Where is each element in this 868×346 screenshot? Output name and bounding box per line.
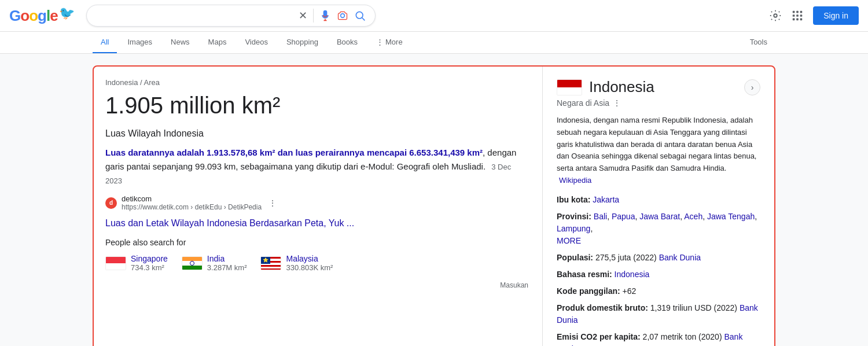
clear-button[interactable]: ✕ xyxy=(299,9,307,22)
knowledge-panel: Indonesia › Negara di Asia ⋮ Indonesia, … xyxy=(543,67,774,346)
flag-india xyxy=(182,256,203,270)
apps-button[interactable] xyxy=(791,9,804,22)
featured-card: Indonesia / Area 1.905 million km² Luas … xyxy=(93,65,775,346)
kp-jawabarat-link[interactable]: Jawa Barat xyxy=(639,212,680,221)
kp-title: Indonesia xyxy=(589,78,737,96)
kp-more-provinces-link[interactable]: MORE xyxy=(557,236,581,245)
search-bar: luas indonesia ✕ xyxy=(86,5,376,27)
people-search-title: People also search for xyxy=(105,238,528,247)
snippet-link[interactable]: Luas daratannya adalah 1.913.578,68 km² … xyxy=(105,148,483,157)
country-area-malaysia: 330.803K km² xyxy=(286,263,333,272)
source-icon: d xyxy=(105,197,117,209)
svg-rect-11 xyxy=(800,19,803,21)
kp-capital-link[interactable]: Jakarta xyxy=(593,195,619,204)
country-area-sg: 734.3 km² xyxy=(131,263,168,272)
microphone-icon xyxy=(319,10,331,21)
svg-rect-3 xyxy=(793,11,795,13)
featured-value: 1.905 million km² xyxy=(105,91,528,119)
main-content: Indonesia / Area 1.905 million km² Luas … xyxy=(0,54,868,346)
svg-line-1 xyxy=(362,18,365,21)
search-button[interactable] xyxy=(354,10,366,21)
svg-rect-7 xyxy=(796,14,799,17)
flag-indonesia xyxy=(557,79,582,95)
breadcrumb: Indonesia / Area xyxy=(105,78,528,87)
breadcrumb-category: Area xyxy=(144,78,160,87)
nav-item-shopping[interactable]: Shopping xyxy=(278,32,326,53)
country-item-india[interactable]: India 3.287M km² xyxy=(182,254,247,272)
kp-expand-button[interactable]: › xyxy=(744,79,760,95)
kp-field-capital: Ibu kota: Jakarta xyxy=(557,194,760,206)
people-also-search: People also search for Singapore 734.3 k… xyxy=(105,238,528,272)
kp-lang-link[interactable]: Indonesia xyxy=(615,270,650,279)
country-list: Singapore 734.3 km² xyxy=(105,254,528,272)
search-input[interactable]: luas indonesia xyxy=(96,10,294,21)
snippet-body: Luas daratannya adalah 1.913.578,68 km² … xyxy=(105,146,528,187)
grid-icon xyxy=(791,9,804,22)
header-right: Sign in xyxy=(769,6,859,25)
svg-rect-8 xyxy=(800,14,803,17)
kp-bali-link[interactable]: Bali xyxy=(594,212,607,221)
source-row: d detikcom https://www.detik.com › detik… xyxy=(105,194,528,211)
nav-item-all[interactable]: All xyxy=(93,32,117,53)
country-item-singapore[interactable]: Singapore 734.3 km² xyxy=(105,254,168,272)
lens-search-button[interactable] xyxy=(337,10,348,21)
flag-malaysia: ⭐ xyxy=(260,256,281,270)
header: Google 🐦 luas indonesia ✕ xyxy=(0,0,868,32)
svg-point-0 xyxy=(356,12,363,19)
country-item-malaysia[interactable]: ⭐ Malaysia 330.803K km² xyxy=(260,254,333,272)
svg-rect-5 xyxy=(800,11,803,13)
kp-field-language: Bahasa resmi: Indonesia xyxy=(557,268,760,281)
nav-item-books[interactable]: Books xyxy=(329,32,366,53)
kp-field-population: Populasi: 275,5 juta (2022) Bank Dunia xyxy=(557,252,760,264)
source-info: detikcom https://www.detik.com › detikEd… xyxy=(122,194,262,211)
svg-point-2 xyxy=(774,14,777,17)
nav-item-images[interactable]: Images xyxy=(119,32,160,53)
kp-lampung-link[interactable]: Lampung xyxy=(557,224,590,233)
country-name-malaysia: Malaysia xyxy=(286,254,333,263)
country-area-india: 3.287M km² xyxy=(207,263,247,272)
kp-field-co2: Emisi CO2 per kapita: 2,07 metrik ton (2… xyxy=(557,331,760,346)
nav-bar: All Images News Maps Videos Shopping Boo… xyxy=(0,32,868,54)
nav-item-more[interactable]: ⋮ More xyxy=(368,32,411,53)
kp-field-calling: Kode panggilan: +62 xyxy=(557,285,760,297)
kp-papua-link[interactable]: Papua xyxy=(612,212,635,221)
result-link[interactable]: Luas dan Letak Wilayah Indonesia Berdasa… xyxy=(105,218,528,229)
kp-jawatengah-link[interactable]: Jawa Tengah xyxy=(707,212,755,221)
kp-field-province: Provinsi: Bali, Papua, Jawa Barat, Aceh,… xyxy=(557,211,760,247)
sign-in-button[interactable]: Sign in xyxy=(813,6,859,25)
search-icon xyxy=(354,10,366,21)
nav-tools[interactable]: Tools xyxy=(742,32,775,53)
nav-item-videos[interactable]: Videos xyxy=(237,32,276,53)
svg-rect-6 xyxy=(793,14,795,17)
featured-subtitle: Luas Wilayah Indonesia xyxy=(105,128,528,139)
nav-item-maps[interactable]: Maps xyxy=(200,32,235,53)
source-name: detikcom xyxy=(122,194,262,203)
gear-icon xyxy=(769,9,782,22)
svg-rect-4 xyxy=(796,11,799,13)
breadcrumb-country[interactable]: Indonesia xyxy=(105,78,138,87)
kp-wiki-link[interactable]: Wikipedia xyxy=(559,176,591,185)
source-url: https://www.detik.com › detikEdu › Detik… xyxy=(122,203,262,211)
kp-aceh-link[interactable]: Aceh xyxy=(684,212,703,221)
camera-icon xyxy=(337,10,348,21)
kp-header: Indonesia › xyxy=(557,78,760,96)
svg-rect-9 xyxy=(793,19,795,21)
snippet-left: Indonesia / Area 1.905 million km² Luas … xyxy=(94,67,543,346)
kp-description: Indonesia, dengan nama resmi Republik In… xyxy=(557,115,760,187)
kp-pop-source-link[interactable]: Bank Dunia xyxy=(659,253,701,262)
country-name-sg: Singapore xyxy=(131,254,168,263)
logo-bird-icon: 🐦 xyxy=(59,6,75,21)
kp-field-gdp: Produk domestik bruto: 1,319 triliun USD… xyxy=(557,302,760,326)
svg-rect-10 xyxy=(796,19,799,21)
voice-search-button[interactable] xyxy=(319,10,331,21)
source-more-options[interactable]: ⋮ xyxy=(269,198,277,208)
settings-button[interactable] xyxy=(769,9,782,22)
kp-subtitle: Negara di Asia ⋮ xyxy=(557,98,760,108)
google-logo[interactable]: Google 🐦 xyxy=(9,7,75,25)
country-name-india: India xyxy=(207,254,247,263)
masukan[interactable]: Masukan xyxy=(105,281,528,289)
flag-singapore xyxy=(105,256,126,270)
nav-item-news[interactable]: News xyxy=(163,32,198,53)
kp-more-options[interactable]: ⋮ xyxy=(613,98,621,108)
